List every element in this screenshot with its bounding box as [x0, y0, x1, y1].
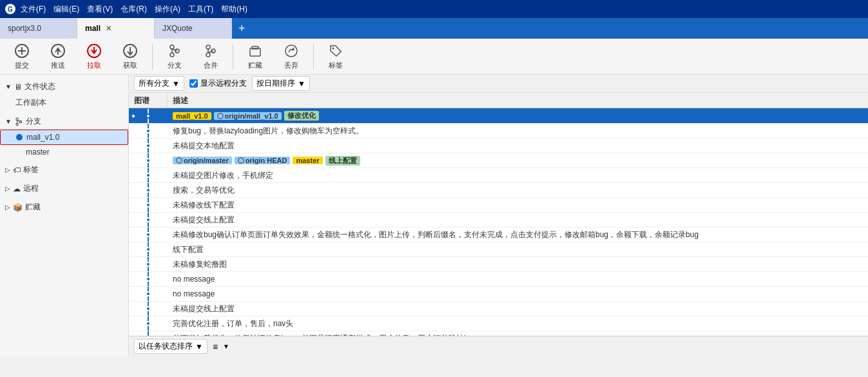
sidebar-stash-header[interactable]: ▷ 📦 贮藏	[0, 199, 128, 215]
desc-cell-2: 修复bug，替换lazyloading图片，修改购物车为空样式。	[168, 124, 868, 138]
tag-mall-v1: mall_v1.0	[173, 112, 211, 120]
graph-cell-9	[129, 227, 168, 242]
dropdown-arrow-icon: ▼	[172, 79, 180, 88]
commit-row-11[interactable]: 未稿修复蛇撸图	[129, 257, 868, 272]
separator-1	[152, 44, 153, 70]
chevron-right-icon-tags: ▷	[5, 166, 10, 173]
sort-label: 按日期排序	[256, 78, 295, 89]
tab-sportjx[interactable]: sportjx3.0	[0, 18, 77, 39]
desc-text-11: 未稿修复蛇撸图	[173, 259, 227, 270]
tag-button[interactable]: 标签	[319, 41, 352, 73]
tab-mall[interactable]: mall ✕	[77, 18, 155, 39]
sidebar-file-status-header[interactable]: ▼ 🖥 文件状态	[0, 79, 128, 95]
branch-master-label: master	[15, 148, 50, 157]
menu-repo[interactable]: 仓库(R)	[121, 4, 147, 15]
sidebar-remote-header[interactable]: ▷ ☁ 远程	[0, 180, 128, 197]
tag-fix: 修改优化	[284, 111, 319, 121]
pull-label: 拉取	[87, 61, 101, 70]
push-label: 推送	[51, 61, 65, 70]
menu-edit[interactable]: 编辑(E)	[53, 4, 79, 15]
sidebar-item-mall-v1[interactable]: mall_v1.0	[0, 130, 128, 145]
discard-icon	[284, 43, 299, 59]
branch-filter-label: 所有分支	[139, 78, 169, 89]
svg-point-14	[206, 45, 210, 49]
commit-row-10[interactable]: 线下配置	[129, 242, 868, 257]
sidebar-section-file-status: ▼ 🖥 文件状态 工作副本	[0, 77, 128, 112]
merge-label: 合并	[204, 61, 218, 70]
branch-label: 分支	[168, 61, 182, 70]
commit-row-12[interactable]: no message	[129, 272, 868, 287]
commit-row-13[interactable]: no message	[129, 287, 868, 302]
commit-row-2[interactable]: 修复bug，替换lazyloading图片，修改购物车为空样式。	[129, 124, 868, 139]
stash-section-label: 贮藏	[25, 202, 41, 213]
svg-rect-20	[252, 46, 258, 49]
commit-row-6[interactable]: 搜索，交易等优化	[129, 183, 868, 198]
desc-cell-10: 线下配置	[168, 243, 868, 256]
commit-button[interactable]: 提交	[5, 41, 39, 73]
stash-button[interactable]: 贮藏	[238, 41, 272, 73]
filter-bar: 所有分支 ▼ 显示远程分支 按日期排序 ▼	[129, 75, 868, 93]
sidebar-item-master[interactable]: master	[0, 145, 128, 159]
task-sort-dropdown[interactable]: 以任务状态排序 ▼	[134, 339, 207, 354]
branch-filter-dropdown[interactable]: 所有分支 ▼	[134, 76, 184, 91]
graph-cell-3	[129, 139, 168, 153]
graph-cell-16	[129, 331, 168, 336]
content-area: 所有分支 ▼ 显示远程分支 按日期排序 ▼ 图谱 描述	[129, 75, 868, 356]
menu-action[interactable]: 操作(A)	[155, 4, 180, 15]
stash-icon	[247, 43, 263, 59]
graph-cell-12	[129, 272, 168, 286]
merge-icon	[203, 43, 218, 59]
sidebar-section-tags: ▷ 🏷 标签	[0, 160, 128, 179]
commit-row-5[interactable]: 未稿提交图片修改，手机绑定	[129, 168, 868, 183]
menu-tools[interactable]: 工具(T)	[188, 4, 213, 15]
show-remote-checkbox[interactable]: 显示远程分支	[189, 78, 247, 89]
commit-row-7[interactable]: 未稿修改线下配置	[129, 198, 868, 213]
working-copy-label: 工作副本	[15, 97, 46, 108]
branch-button[interactable]: 分支	[158, 41, 191, 73]
commit-row-14[interactable]: 未稿提交线上配置	[129, 302, 868, 316]
tab-jxquote[interactable]: JXQuote	[155, 18, 232, 39]
branch-mall-v1-label: mall_v1.0	[26, 133, 59, 142]
discard-button[interactable]: 丢弃	[275, 41, 308, 73]
tab-close-mall[interactable]: ✕	[106, 24, 111, 33]
commit-row-8[interactable]: 未稿提交线上配置	[129, 213, 868, 227]
tab-add-button[interactable]: +	[232, 18, 252, 39]
separator-3	[313, 44, 314, 70]
desc-text-13: no message	[173, 289, 215, 298]
tag-origin-master: origin/master	[173, 157, 232, 164]
desc-cell-4: origin/master origin HEAD master 线上配置	[168, 155, 868, 167]
menu-view[interactable]: 查看(V)	[87, 4, 113, 15]
commit-table: 图谱 描述 ● mall_v1.0 origin/mall_v1.0 修改优化	[129, 93, 868, 336]
desc-text-15: 完善优化注册，订单，售后，nav头	[173, 318, 293, 329]
sidebar-tags-header[interactable]: ▷ 🏷 标签	[0, 162, 128, 178]
menu-bar[interactable]: 文件(F) 编辑(E) 查看(V) 仓库(R) 操作(A) 工具(T) 帮助(H…	[21, 4, 247, 15]
sort-dropdown[interactable]: 按日期排序 ▼	[252, 76, 310, 91]
tab-bar: sportjx3.0 mall ✕ JXQuote +	[0, 18, 868, 39]
show-remote-input[interactable]	[189, 79, 198, 88]
tag-online-config: 线上配置	[325, 156, 360, 166]
pull-button[interactable]: 拉取	[77, 41, 111, 73]
merge-button[interactable]: 合并	[194, 41, 227, 73]
commit-row-4[interactable]: origin/master origin HEAD master 线上配置	[129, 153, 868, 168]
commit-row-16[interactable]: 首页懒加载优化，修复认证信息bug，首页品牌直通车样式，用户信息，用户订单跳转b…	[129, 331, 868, 336]
desc-text-2: 修复bug，替换lazyloading图片，修改购物车为空样式。	[173, 126, 363, 137]
push-button[interactable]: 推送	[41, 41, 75, 73]
commit-row-9[interactable]: 未稿修改bug确认订单页面订单失效效果，金额统一格式化，图片上传，判断后缀名，支…	[129, 227, 868, 242]
discard-label: 丢弃	[284, 61, 298, 70]
menu-file[interactable]: 文件(F)	[21, 4, 46, 15]
svg-point-21	[285, 45, 297, 57]
commit-row-15[interactable]: 完善优化注册，订单，售后，nav头	[129, 316, 868, 331]
commit-row-1[interactable]: ● mall_v1.0 origin/mall_v1.0 修改优化	[129, 108, 868, 124]
desc-cell-1: mall_v1.0 origin/mall_v1.0 修改优化	[168, 110, 868, 122]
desc-cell-5: 未稿提交图片修改，手机绑定	[168, 169, 868, 182]
sidebar-branches-header[interactable]: ▼ 分支	[0, 113, 128, 130]
commit-row-3[interactable]: 未稿提交本地配置	[129, 139, 868, 153]
desc-cell-9: 未稿修改bug确认订单页面订单失效效果，金额统一格式化，图片上传，判断后缀名，支…	[168, 228, 868, 242]
list-dropdown-icon[interactable]: ▼	[223, 343, 229, 350]
fetch-button[interactable]: 获取	[113, 41, 147, 73]
sidebar-item-working-copy[interactable]: 工作副本	[0, 95, 128, 111]
desc-text-5: 未稿提交图片修改，手机绑定	[173, 170, 273, 181]
desc-text-7: 未稿修改线下配置	[173, 200, 235, 211]
menu-help[interactable]: 帮助(H)	[221, 4, 247, 15]
pull-icon	[86, 43, 102, 59]
